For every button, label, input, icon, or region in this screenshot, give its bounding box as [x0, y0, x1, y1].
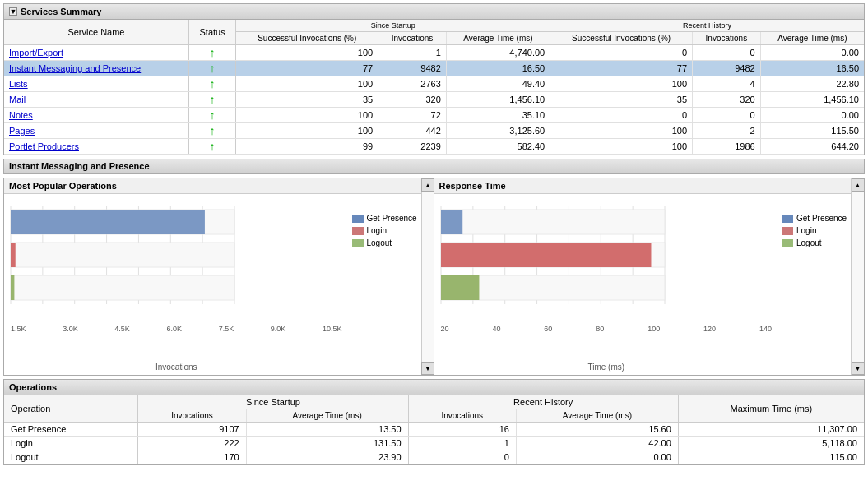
op-avg: 13.50: [246, 423, 408, 437]
service-link[interactable]: Import/Export: [9, 48, 63, 58]
operations-table: Operation Since Startup Recent History M…: [4, 395, 864, 464]
legend-label: Get Presence: [367, 214, 417, 223]
most-popular-chart-inner: 1.5K3.0K4.5K6.0K7.5K9.0K10.5K: [7, 197, 346, 361]
status-icon: ↑: [210, 93, 216, 106]
response-time-chart-content: 20406080100120140 Time (ms) Get Presence…: [434, 194, 852, 375]
service-link[interactable]: Pages: [9, 126, 35, 136]
collapse-icon[interactable]: ▼: [9, 7, 17, 16]
ops-col-since-startup: Since Startup: [138, 395, 408, 409]
rh-inv: 0: [693, 108, 761, 123]
ss-pct: 77: [236, 61, 378, 76]
col-rh-pct: Successful Invocations (%): [550, 32, 693, 45]
most-popular-scrollbar[interactable]: ▲ ▼: [421, 178, 434, 375]
op-rh-avg: 42.00: [516, 437, 678, 450]
response-time-chart-panel: Response Time 20406080100120140 Time (ms…: [434, 178, 852, 375]
rh-avg: 0.00: [760, 45, 864, 61]
rh-pct: 100: [550, 123, 693, 139]
rh-avg: 0.00: [760, 108, 864, 123]
ops-col-rh-inv: Invocations: [408, 409, 516, 423]
services-table: Service Name Status Since Startup Recent…: [4, 20, 864, 155]
rh-pct: 0: [550, 45, 693, 61]
response-time-chart-title: Response Time: [434, 178, 852, 194]
ss-inv: 72: [378, 108, 447, 123]
services-summary-header: ▼ Services Summary: [4, 4, 864, 20]
ss-pct: 100: [236, 76, 378, 92]
ss-inv: 2763: [378, 76, 447, 92]
response-time-scrollbar[interactable]: ▲ ▼: [851, 178, 864, 375]
table-row[interactable]: Portlet Producers↑992239582.401001986644…: [4, 139, 864, 155]
legend-color: [782, 215, 793, 223]
x-tick: 6.0K: [166, 325, 182, 333]
table-row[interactable]: Instant Messaging and Presence↑77948216.…: [4, 61, 864, 76]
table-row[interactable]: Lists↑100276349.40100422.80: [4, 76, 864, 92]
op-max: 11,307.00: [678, 423, 864, 437]
service-link[interactable]: Lists: [9, 79, 28, 89]
rh-inv: 320: [693, 92, 761, 108]
x-tick: 20: [441, 325, 449, 333]
svg-rect-22: [441, 210, 665, 234]
op-max: 115.00: [678, 450, 864, 464]
scroll-up-btn-2[interactable]: ▲: [852, 178, 865, 192]
rh-pct: 77: [550, 61, 693, 76]
x-tick: 9.0K: [271, 325, 286, 333]
service-link[interactable]: Mail: [9, 95, 26, 104]
rh-inv: 0: [693, 45, 761, 61]
legend-item: Login: [352, 226, 418, 235]
x-tick: 4.5K: [114, 325, 130, 333]
charts-row: Most Popular Operations 1.5K3.0K4.5K6.0K…: [3, 178, 865, 376]
op-avg: 131.50: [246, 437, 408, 450]
most-popular-svg: [7, 197, 238, 325]
op-inv: 170: [138, 450, 246, 464]
legend-label: Get Presence: [796, 214, 847, 223]
service-link[interactable]: Instant Messaging and Presence: [9, 63, 141, 73]
rh-avg: 22.80: [760, 76, 864, 92]
table-row[interactable]: Import/Export↑10014,740.00000.00: [4, 45, 864, 61]
services-summary-title: Services Summary: [21, 7, 101, 16]
svg-rect-9: [11, 210, 205, 234]
col-ss-inv: Invocations: [378, 32, 447, 45]
ops-table-row: Get Presence910713.501615.6011,307.00: [4, 423, 864, 437]
services-summary-panel: ▼ Services Summary Service Name Status S…: [3, 3, 865, 155]
status-icon: ↑: [210, 77, 216, 90]
ss-avg: 3,125.60: [446, 123, 550, 139]
status-icon: ↑: [210, 46, 216, 59]
table-row[interactable]: Pages↑1004423,125.601002115.50: [4, 123, 864, 139]
svg-rect-25: [441, 243, 651, 267]
ss-inv: 1: [378, 45, 447, 61]
op-name: Login: [4, 437, 138, 450]
service-link[interactable]: Portlet Producers: [9, 141, 79, 151]
im-section-title: Instant Messaging and Presence: [3, 159, 865, 174]
op-rh-avg: 15.60: [516, 423, 678, 437]
response-time-chart-wrapper: 20406080100120140 Time (ms): [438, 197, 776, 372]
x-tick: 7.5K: [219, 325, 234, 333]
op-name: Logout: [4, 450, 138, 464]
ss-inv: 9482: [378, 61, 447, 76]
scroll-down-btn-2[interactable]: ▼: [852, 362, 865, 375]
legend-item: Login: [782, 226, 847, 235]
most-popular-chart-panel: Most Popular Operations 1.5K3.0K4.5K6.0K…: [4, 178, 421, 375]
x-tick: 80: [596, 325, 604, 333]
table-row[interactable]: Notes↑1007235.10000.00: [4, 108, 864, 123]
op-rh-avg: 0.00: [516, 450, 678, 464]
scroll-up-btn[interactable]: ▲: [421, 178, 434, 192]
service-link[interactable]: Notes: [9, 110, 33, 120]
ops-col-max-time: Maximum Time (ms): [678, 395, 864, 423]
op-rh-inv: 1: [408, 437, 516, 450]
ss-avg: 16.50: [446, 61, 550, 76]
legend-item: Get Presence: [782, 214, 847, 223]
rh-pct: 100: [550, 76, 693, 92]
operations-panel: Operations Operation Since Startup Recen…: [3, 379, 865, 465]
ops-col-recent-history: Recent History: [408, 395, 678, 409]
ss-inv: 320: [378, 92, 447, 108]
legend-item: Logout: [782, 238, 847, 247]
rh-inv: 9482: [693, 61, 761, 76]
op-rh-inv: 16: [408, 423, 516, 437]
ss-avg: 35.10: [446, 108, 550, 123]
x-tick: 120: [703, 325, 716, 333]
scroll-down-btn[interactable]: ▼: [421, 362, 434, 375]
legend-label: Logout: [796, 238, 822, 247]
table-row[interactable]: Mail↑353201,456.10353201,456.10: [4, 92, 864, 108]
status-icon: ↑: [210, 124, 216, 137]
ops-col-rh-avg: Average Time (ms): [516, 409, 678, 423]
most-popular-chart-content: 1.5K3.0K4.5K6.0K7.5K9.0K10.5K Invocation…: [4, 194, 421, 375]
